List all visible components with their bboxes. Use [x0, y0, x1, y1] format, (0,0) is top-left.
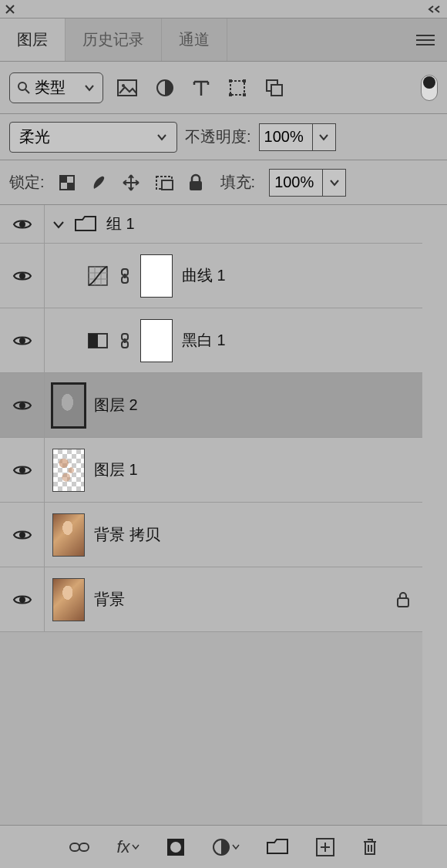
fx-button[interactable]: fx [116, 837, 139, 857]
new-adjustment-button[interactable] [212, 838, 240, 856]
new-group-icon[interactable] [266, 838, 289, 856]
visibility-toggle[interactable] [0, 373, 45, 437]
svg-point-28 [19, 467, 25, 473]
visibility-toggle[interactable] [0, 244, 45, 308]
shape-filter-icon[interactable] [228, 79, 247, 97]
svg-rect-15 [162, 180, 173, 190]
lock-paint-icon[interactable] [89, 173, 108, 192]
fx-icon: fx [116, 837, 129, 857]
chevron-down-icon [84, 84, 95, 92]
layers-bottombar: fx [0, 825, 447, 868]
panel-titlebar [0, 0, 447, 19]
layer-mask-thumb[interactable] [140, 254, 173, 298]
filter-toolbar: 类型 [0, 62, 447, 114]
chevron-down-icon[interactable] [52, 219, 65, 230]
type-filter-icon[interactable] [193, 79, 210, 97]
layer-name: 图层 2 [94, 395, 138, 415]
delete-icon[interactable] [361, 837, 378, 857]
layer-name: 组 1 [106, 214, 135, 234]
layer-thumb[interactable] [52, 513, 85, 557]
adjustment-filter-icon[interactable] [156, 79, 174, 97]
blend-mode-select[interactable]: 柔光 [9, 122, 177, 153]
pixel-filter-icon[interactable] [117, 79, 137, 96]
layer-row-bgcopy[interactable]: 背景 拷贝 [0, 503, 422, 567]
background-lock[interactable] [384, 590, 422, 609]
filter-toggle[interactable] [421, 75, 438, 101]
lock-icon [395, 590, 411, 609]
svg-rect-7 [229, 93, 232, 96]
opacity-label: 不透明度: [185, 126, 251, 147]
layer-row-blackwhite[interactable]: 黑白 1 [0, 308, 422, 373]
chevron-down-icon [318, 133, 329, 141]
tab-history[interactable]: 历史记录 [66, 19, 162, 61]
svg-rect-12 [60, 176, 67, 183]
layer-group-row[interactable]: 组 1 [0, 205, 422, 244]
layer-name: 背景 [94, 589, 125, 610]
svg-rect-6 [243, 79, 246, 82]
eye-icon [12, 217, 32, 231]
svg-rect-16 [190, 181, 202, 190]
lock-transparent-icon[interactable] [59, 174, 76, 191]
tab-layers[interactable]: 图层 [0, 19, 66, 61]
tab-label: 历史记录 [82, 29, 144, 50]
filter-type-select[interactable]: 类型 [9, 72, 103, 103]
lock-artboard-icon[interactable] [154, 174, 174, 191]
tab-label: 图层 [17, 29, 48, 50]
lock-label: 锁定: [9, 172, 45, 193]
smartobject-filter-icon[interactable] [265, 79, 284, 97]
layer-name: 图层 1 [94, 459, 138, 480]
search-icon [18, 82, 30, 94]
svg-point-30 [19, 597, 25, 603]
blackwhite-icon [86, 329, 109, 352]
fill-dropdown[interactable] [323, 169, 346, 197]
panel-tabs: 图层 历史记录 通道 [0, 19, 447, 62]
svg-rect-33 [79, 843, 89, 851]
chevron-down-icon [156, 133, 167, 141]
visibility-toggle[interactable] [0, 503, 45, 567]
link-icon[interactable] [119, 332, 131, 349]
eye-icon [12, 399, 32, 412]
link-layers-icon[interactable] [69, 840, 90, 854]
svg-point-17 [19, 221, 25, 227]
svg-rect-32 [70, 843, 79, 851]
layer-row-background[interactable]: 背景 [0, 567, 422, 632]
tab-channels[interactable]: 通道 [162, 19, 227, 61]
visibility-toggle[interactable] [0, 567, 45, 631]
svg-point-18 [19, 273, 25, 279]
fill-input[interactable] [269, 169, 323, 197]
svg-rect-31 [398, 598, 408, 607]
link-icon[interactable] [119, 267, 131, 284]
visibility-toggle[interactable] [0, 205, 45, 243]
visibility-toggle[interactable] [0, 308, 45, 372]
opacity-dropdown[interactable] [313, 123, 336, 151]
add-mask-icon[interactable] [166, 837, 186, 857]
svg-point-35 [170, 842, 181, 853]
layer-row-curves[interactable]: 曲线 1 [0, 244, 422, 308]
layer-row-layer1[interactable]: 图层 1 [0, 438, 422, 503]
svg-point-22 [19, 338, 25, 344]
opacity-input[interactable] [259, 123, 313, 151]
curves-icon [86, 264, 109, 288]
svg-rect-24 [89, 334, 98, 348]
svg-rect-4 [230, 81, 244, 95]
layer-thumb[interactable] [52, 449, 85, 492]
lock-position-icon[interactable] [122, 173, 140, 192]
folder-icon [74, 215, 97, 234]
menu-icon [416, 34, 435, 46]
svg-rect-5 [229, 79, 232, 82]
layer-row-layer2[interactable]: 图层 2 [0, 373, 422, 438]
close-icon[interactable] [5, 4, 15, 15]
svg-point-29 [19, 532, 25, 538]
layer-mask-thumb[interactable] [140, 319, 173, 362]
filter-label: 类型 [35, 77, 66, 98]
svg-point-0 [18, 82, 26, 90]
eye-icon [12, 334, 32, 348]
collapse-icon[interactable] [427, 5, 442, 14]
new-layer-icon[interactable] [315, 837, 335, 857]
lock-all-icon[interactable] [188, 173, 203, 192]
visibility-toggle[interactable] [0, 438, 45, 502]
panel-menu-button[interactable] [404, 19, 447, 61]
layer-thumb[interactable] [52, 384, 85, 427]
layer-thumb[interactable] [52, 578, 85, 621]
eye-icon [12, 593, 32, 607]
